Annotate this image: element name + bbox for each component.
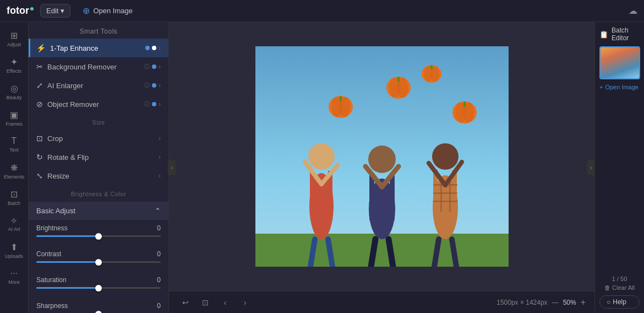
back-button[interactable]: ‹	[217, 295, 233, 310]
plus-icon: ⊕	[83, 6, 90, 16]
blue-dot-4	[152, 102, 156, 106]
clear-all-button[interactable]: 🗑 Clear All	[599, 284, 640, 291]
sidebar-item-frames[interactable]: ▣ Frames	[2, 106, 26, 130]
tool-ai-enlarger[interactable]: ⤢ AI Enlarger ⓘ ›	[29, 76, 168, 95]
saturation-thumb[interactable]	[95, 285, 102, 292]
brightness-track[interactable]	[36, 235, 161, 237]
svg-rect-38	[397, 77, 400, 82]
frames-label: Frames	[6, 121, 23, 127]
tool-rotate-flip[interactable]: ↻ Rotate & Flip ›	[29, 148, 168, 166]
help-button[interactable]: ○ Help	[599, 295, 640, 309]
left-icon-bar: ⊞ Adjust ✦ Effects ◎ Beauty ▣ Frames T T…	[0, 22, 29, 313]
contrast-label: Contrast	[36, 250, 61, 258]
expand-icon: ⌃	[155, 207, 161, 215]
undo-button[interactable]: ↩	[178, 295, 193, 310]
beauty-label: Beauty	[6, 95, 21, 100]
bottom-bar: ↩ ⊡ ‹ › 1500px × 1424px — 50% +	[169, 291, 594, 313]
sidebar-item-uploads[interactable]: ⬆ Uploads	[2, 238, 26, 262]
zoom-plus-icon[interactable]: +	[581, 298, 586, 307]
bottom-controls-left: ↩ ⊡ ‹ ›	[178, 295, 253, 310]
beauty-icon: ◎	[10, 83, 18, 94]
tool-resize[interactable]: ⤡ Resize ›	[29, 166, 168, 185]
sidebar-item-more[interactable]: ··· More	[2, 265, 26, 289]
svg-point-3	[308, 143, 335, 170]
batch-thumbnail[interactable]	[599, 46, 640, 79]
chevron-crop: ›	[159, 134, 161, 142]
info-icon-obj: ⓘ	[144, 100, 150, 108]
tool-crop[interactable]: ⊡ Crop ›	[29, 129, 168, 148]
obj-remover-icon: ⊘	[36, 100, 43, 109]
contrast-label-row: Contrast 0	[36, 250, 161, 258]
brightness-label: Brightness	[36, 224, 68, 232]
contrast-fill	[36, 261, 99, 263]
more-icon: ···	[10, 268, 18, 278]
brightness-section-label: Brightness & Color	[29, 185, 168, 201]
blue-dot-2	[152, 64, 156, 69]
sidebar-item-adjust[interactable]: ⊞ Adjust	[2, 26, 26, 51]
cloud-icon[interactable]: ☁	[629, 6, 637, 16]
ai-art-icon: ⟡	[11, 215, 17, 225]
tool-obj-remover[interactable]: ⊘ Object Remover ⓘ ›	[29, 95, 168, 114]
tools-panel: Smart Tools ⚡ 1-Tap Enhance › ✂ Backgrou…	[29, 22, 169, 313]
basic-adjust-header[interactable]: Basic Adjust ⌃	[29, 202, 168, 220]
sidebar-item-elements[interactable]: ❋ Elements	[2, 159, 26, 183]
zoom-minus-icon[interactable]: —	[552, 299, 559, 306]
tool-one-tap-enhance[interactable]: ⚡ 1-Tap Enhance ›	[29, 39, 168, 57]
open-image-right-button[interactable]: + Open Image	[599, 84, 640, 90]
sidebar-item-batch[interactable]: ⊡ Batch	[2, 185, 26, 209]
saturation-label-row: Saturation 0	[36, 276, 161, 284]
contrast-track[interactable]	[36, 261, 161, 263]
adjust-label: Adjust	[7, 42, 21, 47]
forward-button[interactable]: ›	[237, 295, 253, 310]
svg-rect-24	[433, 201, 457, 202]
canvas-image	[255, 46, 509, 267]
white-dot	[152, 46, 156, 50]
resize-label: Resize	[47, 172, 159, 180]
brightness-thumb[interactable]	[95, 233, 102, 240]
brightness-label-row: Brightness 0	[36, 224, 161, 232]
saturation-track[interactable]	[36, 287, 161, 289]
sharpness-thumb[interactable]	[95, 311, 102, 314]
collapse-panel-handle[interactable]: ‹	[168, 160, 176, 175]
preview-button[interactable]: ⊡	[198, 295, 213, 310]
elements-label: Elements	[4, 174, 25, 180]
svg-point-19	[432, 143, 459, 170]
batch-thumb-image	[601, 47, 639, 78]
elements-icon: ❋	[10, 163, 18, 173]
svg-rect-42	[463, 101, 466, 107]
effects-icon: ✦	[10, 57, 18, 67]
sidebar-item-beauty[interactable]: ◎ Beauty	[2, 79, 26, 104]
tool-bg-remover[interactable]: ✂ Background Remover ⓘ ›	[29, 57, 168, 76]
sidebar-item-effects[interactable]: ✦ Effects	[2, 53, 26, 77]
sidebar-item-ai-art[interactable]: ⟡ AI Art	[2, 212, 26, 236]
saturation-label: Saturation	[36, 276, 67, 284]
batch-editor-title: Batch Editor	[612, 26, 640, 42]
sidebar-item-text[interactable]: T Text	[2, 132, 26, 156]
sharpness-row: Sharpness 0	[29, 298, 168, 313]
edit-button[interactable]: Edit ▾	[40, 4, 70, 18]
help-circle-icon: ○	[607, 298, 610, 306]
contrast-thumb[interactable]	[95, 259, 102, 266]
brightness-fill	[36, 235, 99, 237]
svg-rect-4	[310, 171, 314, 215]
text-label: Text	[9, 147, 19, 153]
open-image-button[interactable]: ⊕ Open Image	[77, 3, 138, 18]
logo: fotor	[7, 5, 34, 17]
chevron-right-enlarge: ›	[159, 82, 161, 89]
logo-text: fotor	[7, 5, 29, 17]
size-section-label: Size	[29, 114, 168, 129]
sharpness-label: Sharpness	[36, 302, 68, 310]
ai-art-label: AI Art	[8, 226, 20, 232]
plus-icon-right: +	[599, 84, 603, 90]
sharpness-value: 0	[157, 302, 161, 310]
uploads-label: Uploads	[5, 253, 23, 259]
expand-panel-handle[interactable]: ›	[587, 160, 595, 175]
info-icon-bg: ⓘ	[144, 63, 150, 71]
enlarger-label: AI Enlarger	[47, 82, 144, 90]
chevron-right-bg: ›	[159, 63, 161, 71]
svg-rect-26	[449, 179, 451, 212]
bg-remover-label: Background Remover	[47, 63, 144, 71]
svg-point-11	[368, 145, 396, 173]
frames-icon: ▣	[10, 110, 18, 120]
saturation-value: 0	[157, 276, 161, 284]
